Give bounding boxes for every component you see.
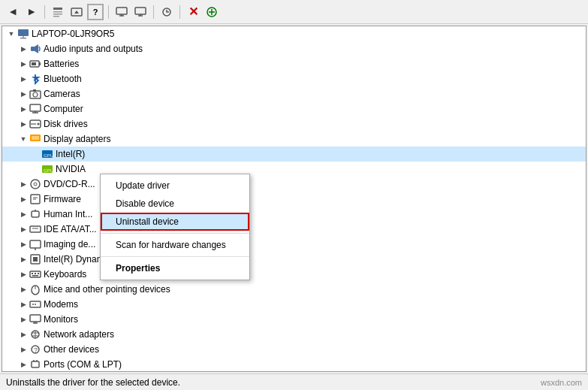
tree-item-bluetooth[interactable]: Bluetooth	[2, 71, 586, 86]
svg-rect-56	[32, 275, 38, 277]
expand-arrow-other[interactable]	[17, 343, 29, 355]
expand-arrow-cameras[interactable]	[17, 88, 29, 100]
svg-rect-2	[53, 14, 62, 15]
svg-text:GPU: GPU	[44, 153, 53, 158]
diskdrives-icon	[29, 118, 41, 130]
tree-item-root[interactable]: LAPTOP-0LJR9OR5	[2, 26, 586, 41]
view-monitor-button[interactable]	[113, 4, 130, 20]
computer-label: Computer	[44, 104, 83, 114]
menu-uninstall-device[interactable]: Uninstall device	[101, 213, 249, 231]
tree-item-nvidia[interactable]: GPU NVIDIA	[2, 162, 586, 177]
tree-item-ports[interactable]: Ports (COM & LPT)	[2, 357, 586, 372]
svg-rect-34	[32, 136, 39, 140]
expand-arrow-ideata[interactable]	[17, 223, 29, 235]
inteldynamic-icon	[29, 253, 41, 265]
toolbar-separator-3	[153, 5, 154, 19]
help-button[interactable]: ?	[87, 4, 104, 20]
tree-item-network[interactable]: Network adapters	[2, 327, 586, 342]
svg-text:GPU: GPU	[44, 168, 53, 173]
tree-item-inteldynamic[interactable]: Intel(R) Dynamic Platform and Thermal Fr…	[2, 252, 586, 267]
status-message: Uninstalls the driver for the selected d…	[6, 377, 180, 388]
svg-rect-46	[30, 226, 41, 232]
expand-arrow-firmware[interactable]	[17, 193, 29, 205]
mice-label: Mice and other pointing devices	[44, 284, 170, 295]
cameras-icon	[29, 88, 41, 100]
expand-arrow-keyboards[interactable]	[17, 268, 29, 280]
expand-arrow-diskdrives[interactable]	[17, 118, 29, 130]
menu-update-driver[interactable]: Update driver	[101, 177, 249, 195]
cameras-label: Cameras	[44, 89, 80, 99]
intel-label: Intel(R)	[56, 149, 85, 159]
expand-arrow-imaging[interactable]	[17, 238, 29, 250]
diskdrives-label: Disk drives	[44, 119, 88, 129]
expand-arrow-inteldynamic[interactable]	[17, 253, 29, 265]
computer-icon2	[29, 103, 41, 115]
expand-arrow-display[interactable]	[17, 133, 29, 145]
tree-item-cameras[interactable]: Cameras	[2, 86, 586, 101]
toolbar-separator-1	[44, 5, 45, 19]
audio-label: Audio inputs and outputs	[44, 44, 143, 54]
menu-properties[interactable]: Properties	[101, 259, 249, 277]
remove-device-button[interactable]: ✕	[185, 4, 201, 20]
expand-arrow-audio[interactable]	[17, 43, 29, 55]
svg-rect-51	[33, 257, 38, 262]
network-icon	[29, 328, 41, 340]
tree-item-imaging[interactable]: Imaging de...	[2, 237, 586, 252]
svg-point-40	[34, 183, 37, 186]
intel-icon: GPU	[41, 148, 53, 160]
tree-item-ideata[interactable]: IDE ATA/AT...	[2, 222, 586, 237]
tree-item-monitors[interactable]: Monitors	[2, 312, 586, 327]
expand-arrow-dvd[interactable]	[17, 178, 29, 190]
tree-item-diskdrives[interactable]: Disk drives	[2, 116, 586, 132]
expand-arrow-network[interactable]	[17, 328, 29, 340]
tree-item-dvd[interactable]: DVD/CD-R...	[2, 177, 586, 192]
expand-arrow-computer[interactable]	[17, 103, 29, 115]
add-device-button[interactable]	[204, 4, 220, 20]
tree-item-computer[interactable]: Computer	[2, 101, 586, 116]
menu-disable-device[interactable]: Disable device	[101, 195, 249, 213]
expand-arrow-humanint[interactable]	[17, 208, 29, 220]
tree-item-mice[interactable]: Mice and other pointing devices	[2, 282, 586, 297]
mice-icon	[29, 283, 41, 295]
ports-label: Ports (COM & LPT)	[44, 359, 122, 370]
expand-arrow-intel	[29, 148, 41, 160]
expand-arrow-ports[interactable]	[17, 358, 29, 370]
svg-marker-20	[35, 44, 38, 53]
device-tree[interactable]: LAPTOP-0LJR9OR5 Audio inputs and outputs…	[2, 26, 586, 372]
humanint-icon	[29, 208, 41, 220]
toolbar: ◀ ▶ ? ✕	[0, 0, 588, 24]
update-driver-toolbar-button[interactable]	[68, 4, 85, 20]
expand-arrow-root[interactable]	[5, 28, 17, 40]
menu-separator2	[101, 256, 249, 257]
tree-item-display[interactable]: Display adapters	[2, 132, 586, 147]
expand-arrow-monitors[interactable]	[17, 313, 29, 325]
tree-item-intel[interactable]: GPU Intel(R)	[2, 147, 586, 162]
tree-item-humanint[interactable]: Human Int...	[2, 207, 586, 222]
forward-button[interactable]: ▶	[23, 4, 40, 20]
toolbar-separator-2	[108, 5, 109, 19]
view2-button[interactable]	[132, 4, 149, 20]
back-button[interactable]: ◀	[5, 4, 21, 20]
expand-arrow-batteries[interactable]	[17, 58, 29, 70]
properties-button[interactable]	[50, 4, 66, 20]
expand-arrow-mice[interactable]	[17, 283, 29, 295]
tree-item-other[interactable]: ? Other devices	[2, 342, 586, 357]
svg-point-61	[35, 304, 36, 305]
expand-arrow-modems[interactable]	[17, 298, 29, 310]
svg-marker-5	[74, 11, 79, 14]
tree-item-batteries[interactable]: Batteries	[2, 56, 586, 71]
svg-rect-22	[39, 62, 41, 65]
ideata-label: IDE ATA/AT...	[44, 224, 97, 234]
tree-item-keyboards[interactable]: Keyboards	[2, 267, 586, 282]
tree-item-firmware[interactable]: Firmware	[2, 192, 586, 207]
scan-hardware-toolbar-button[interactable]	[158, 4, 175, 20]
svg-rect-17	[20, 38, 26, 39]
expand-arrow-bluetooth[interactable]	[17, 73, 29, 85]
svg-rect-9	[135, 8, 146, 14]
expand-arrow-nvidia	[29, 163, 41, 175]
monitors-label: Monitors	[44, 314, 78, 325]
menu-scan-hardware[interactable]: Scan for hardware changes	[101, 236, 249, 254]
tree-item-modems[interactable]: Modems	[2, 297, 586, 312]
tree-item-audio[interactable]: Audio inputs and outputs	[2, 41, 586, 56]
watermark: wsxdn.com	[541, 378, 582, 387]
